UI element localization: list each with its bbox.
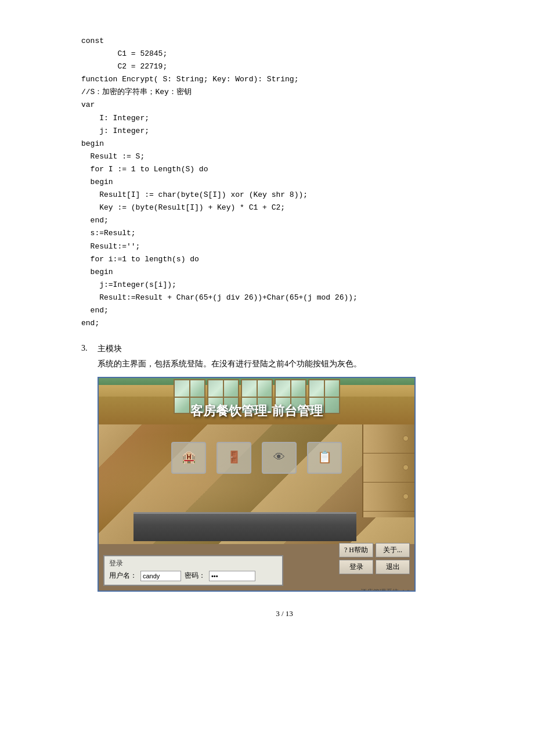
cabinet-row-2	[363, 453, 414, 483]
dining-mgmt-icon: 🚪	[227, 450, 241, 464]
login-group-label: 登录	[109, 559, 277, 568]
section-description: 系统的主界面，包括系统登陆。在没有进行登陆之前4个功能按钮为灰色。	[98, 358, 488, 370]
login-row: 用户名： 密码：	[109, 571, 277, 581]
system-icon: 📋	[317, 450, 332, 464]
page-number: 3 / 13	[276, 609, 293, 618]
func-btn-system[interactable]: 📋	[307, 442, 342, 474]
help-button[interactable]: ? H帮助	[339, 543, 373, 557]
cabinet-row-3	[363, 483, 414, 512]
version-label: 酒店管理系统v1.0	[360, 588, 410, 592]
code-block: const C1 = 52845; C2 = 22719; function E…	[81, 35, 488, 330]
login-button[interactable]: 登录	[339, 560, 373, 574]
func-btn-room[interactable]: 🏨	[171, 442, 206, 474]
username-input[interactable]	[140, 571, 181, 581]
room-mgmt-icon: 🏨	[182, 450, 196, 464]
function-buttons: 🏨 🚪 👁 📋	[171, 442, 342, 474]
right-cabinets	[362, 424, 414, 517]
func-btn-query[interactable]: 👁	[262, 442, 297, 474]
section-number: 3.	[81, 344, 93, 353]
cabinet-row-1	[363, 424, 414, 453]
password-input[interactable]	[209, 571, 255, 581]
page-footer: 3 / 13	[81, 609, 488, 618]
island-counter	[134, 512, 356, 541]
about-button[interactable]: 关于...	[376, 543, 410, 557]
exit-button[interactable]: 退出	[376, 560, 410, 574]
right-button-panel: ? H帮助 关于... 登录 退出 酒店管理系统v1.0	[339, 543, 410, 586]
func-btn-dining[interactable]: 🚪	[217, 442, 251, 474]
login-panel: 登录 用户名： 密码：	[103, 555, 283, 586]
query-icon: 👁	[273, 451, 285, 464]
ui-screenshot: 客房餐饮管理-前台管理 🏨 🚪 👁 📋 登录 用户名： 密码： ? H帮助 关于…	[98, 377, 416, 592]
username-label: 用户名：	[109, 571, 137, 581]
password-label: 密码：	[185, 571, 205, 581]
app-title: 客房餐饮管理-前台管理	[190, 402, 322, 420]
section-title: 主模块	[98, 344, 122, 354]
section-header: 3. 主模块	[81, 344, 488, 354]
